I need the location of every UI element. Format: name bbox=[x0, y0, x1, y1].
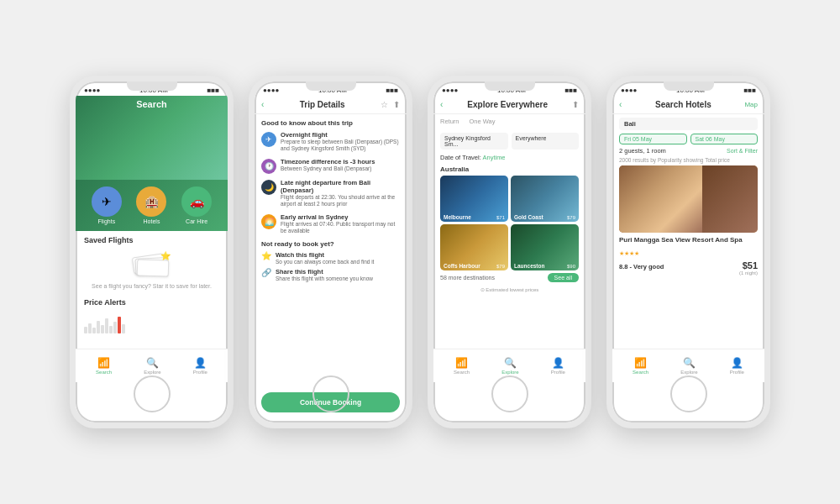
see-all-button[interactable]: See all bbox=[548, 273, 579, 282]
trip-content: Good to know about this trip ✈ Overnight… bbox=[255, 114, 407, 387]
quick-actions-row: ✈ Flights 🏨 Hotels 🚗 Car Hire bbox=[76, 180, 228, 231]
bottom-nav-4: 📶 Search 🔍 Explore 👤 Profile bbox=[612, 349, 764, 382]
share-flight-title: Share this flight bbox=[276, 268, 373, 276]
continue-booking-button[interactable]: Continue Booking bbox=[261, 392, 400, 412]
hotels-action[interactable]: 🏨 Hotels bbox=[136, 186, 166, 224]
bar-10 bbox=[122, 324, 125, 333]
explore-header: ‹ Explore Everywhere ⬆ bbox=[433, 96, 585, 114]
dest-coffs-price: $79 bbox=[496, 264, 505, 269]
back-arrow-icon-3[interactable]: ‹ bbox=[440, 100, 443, 109]
phone-explore: ●●●● 10:00 AM ■■■ ‹ Explore Everywhere ⬆… bbox=[428, 76, 591, 428]
hotel-location[interactable]: Bali bbox=[619, 118, 758, 130]
dest-launceston-label: Launceston bbox=[514, 263, 544, 269]
dest-goldcoast[interactable]: Gold Coast $79 bbox=[511, 176, 579, 222]
hotels-label: Hotels bbox=[144, 218, 160, 224]
nav-profile-1[interactable]: 👤 Profile bbox=[193, 357, 207, 375]
share-flight-desc: Share this flight with someone you know bbox=[276, 276, 373, 281]
date-value[interactable]: Anytime bbox=[482, 154, 505, 161]
status-bar-2: ●●●● 10:00 AM ■■■ bbox=[255, 81, 407, 96]
nav-profile-label-4: Profile bbox=[730, 370, 744, 375]
share-icon[interactable]: ⬆ bbox=[393, 100, 400, 109]
explore-nav-icon-4: 🔍 bbox=[683, 357, 696, 369]
from-field[interactable]: Sydney Kingsford Sm... bbox=[440, 133, 508, 150]
trip-header: ‹ Trip Details ☆ ⬆ bbox=[255, 96, 407, 114]
bottom-nav-3: 📶 Search 🔍 Explore 👤 Profile bbox=[433, 349, 585, 382]
saved-flights-empty-text: See a flight you fancy? Star it to save … bbox=[92, 283, 212, 289]
bar-4 bbox=[97, 321, 100, 333]
signal-icon-2: ●●●● bbox=[263, 87, 279, 94]
share-flight-action[interactable]: 🔗 Share this flight Share this flight wi… bbox=[261, 268, 400, 281]
battery-icon-1: ■■■ bbox=[207, 87, 219, 94]
nav-explore-3[interactable]: 🔍 Explore bbox=[501, 357, 518, 375]
date-from[interactable]: Fri 05 May bbox=[619, 134, 687, 144]
estimated-prices-note: ⊙ Estimated lowest prices bbox=[433, 285, 585, 294]
bottom-nav-1: 📶 Search 🔍 Explore 👤 Profile bbox=[76, 349, 228, 382]
to-field[interactable]: Everywhere bbox=[512, 133, 580, 150]
profile-nav-icon-3: 👤 bbox=[552, 357, 564, 369]
nav-search-4[interactable]: 📶 Search bbox=[633, 357, 648, 375]
nav-explore-1[interactable]: 🔍 Explore bbox=[144, 357, 160, 375]
dest-melbourne-label: Melbourne bbox=[444, 214, 471, 220]
trip-item-4-title: Early arrival in Sydney bbox=[281, 213, 400, 221]
date-to[interactable]: Sat 06 May bbox=[690, 134, 759, 144]
hotel-image bbox=[619, 165, 758, 233]
watch-flight-action[interactable]: ⭐ Watch this flight So you can always co… bbox=[261, 251, 400, 265]
nav-search-1[interactable]: 📶 Search bbox=[96, 357, 112, 375]
date-travel-row: Date of Travel: Anytime bbox=[433, 152, 585, 163]
price-alerts-title: Price Alerts bbox=[76, 293, 228, 309]
dest-goldcoast-price: $79 bbox=[567, 215, 575, 220]
hotel-header: ‹ Search Hotels Map bbox=[612, 96, 764, 114]
back-arrow-icon-4[interactable]: ‹ bbox=[619, 100, 622, 109]
sort-filter-button[interactable]: Sort & Filter bbox=[727, 148, 758, 154]
clock-icon: 🕐 bbox=[261, 159, 276, 174]
nav-profile-4[interactable]: 👤 Profile bbox=[730, 357, 744, 375]
guests-text[interactable]: 2 guests, 1 room bbox=[619, 147, 666, 155]
time-3: 10:00 AM bbox=[497, 87, 526, 94]
star-icon[interactable]: ☆ bbox=[381, 100, 388, 109]
bar-6 bbox=[105, 318, 108, 333]
to-value: Everywhere bbox=[516, 135, 547, 141]
guests-row: 2 guests, 1 room Sort & Filter bbox=[612, 147, 764, 157]
trip-item-1-desc: Prepare to sleep between Bali (Denpasar)… bbox=[281, 139, 400, 153]
nav-explore-4[interactable]: 🔍 Explore bbox=[680, 357, 697, 375]
share-icon-3[interactable]: ⬆ bbox=[572, 100, 579, 109]
flights-action[interactable]: ✈ Flights bbox=[92, 186, 122, 224]
trip-item-3-text: Late night departure from Bali (Denpasar… bbox=[281, 179, 400, 208]
nav-profile-3[interactable]: 👤 Profile bbox=[551, 357, 565, 375]
phone-hotels: ●●●● 10:00 AM ■■■ ‹ Search Hotels Map Ba… bbox=[606, 76, 770, 428]
share-flight-icon: 🔗 bbox=[261, 268, 271, 277]
time-2: 10:00 AM bbox=[318, 87, 347, 94]
dest-goldcoast-label: Gold Coast bbox=[514, 214, 543, 220]
back-arrow-icon[interactable]: ‹ bbox=[261, 100, 264, 109]
hotel-image-content bbox=[619, 165, 758, 233]
tab-oneway[interactable]: One Way bbox=[470, 118, 496, 127]
nav-search-label-1: Search bbox=[96, 370, 112, 375]
nav-search-3[interactable]: 📶 Search bbox=[454, 357, 470, 375]
trip-item-3-title: Late night departure from Bali (Denpasar… bbox=[281, 179, 400, 194]
tab-return[interactable]: Return bbox=[440, 118, 459, 127]
star-badge-icon: ⭐ bbox=[160, 251, 171, 260]
region-label: Australia bbox=[433, 163, 585, 176]
ticket-stack-icon: ⭐ bbox=[133, 251, 171, 281]
nav-search-label-4: Search bbox=[633, 370, 648, 375]
dest-launceston[interactable]: Launceston $90 bbox=[511, 224, 579, 270]
dest-coffs[interactable]: Coffs Harbour $79 bbox=[440, 224, 508, 270]
trip-title: Trip Details bbox=[300, 100, 345, 109]
dest-melbourne[interactable]: Melbourne $71 bbox=[440, 176, 508, 222]
search-nav-icon-3: 📶 bbox=[455, 357, 468, 369]
map-button[interactable]: Map bbox=[744, 101, 758, 108]
flights-icon: ✈ bbox=[92, 186, 122, 217]
carhire-action[interactable]: 🚗 Car Hire bbox=[181, 186, 212, 224]
flights-label: Flights bbox=[98, 218, 116, 224]
bar-9 bbox=[118, 317, 121, 333]
phone-search: ●●●● 10:00 AM ■■■ Search ✈ Flights 🏨 Hot… bbox=[70, 76, 234, 428]
hotel-score: 8.8 - Very good bbox=[619, 263, 664, 270]
dest-launceston-price: $90 bbox=[567, 264, 575, 269]
bar-7 bbox=[109, 326, 113, 333]
date-row: Fri 05 May Sat 06 May bbox=[612, 134, 764, 147]
hotel-stars: ★★★★ bbox=[619, 250, 639, 256]
nav-explore-label-4: Explore bbox=[680, 370, 697, 375]
more-destinations-text: 58 more destinations bbox=[440, 275, 495, 281]
profile-nav-icon-4: 👤 bbox=[731, 357, 743, 369]
moon-icon: 🌙 bbox=[261, 180, 276, 195]
